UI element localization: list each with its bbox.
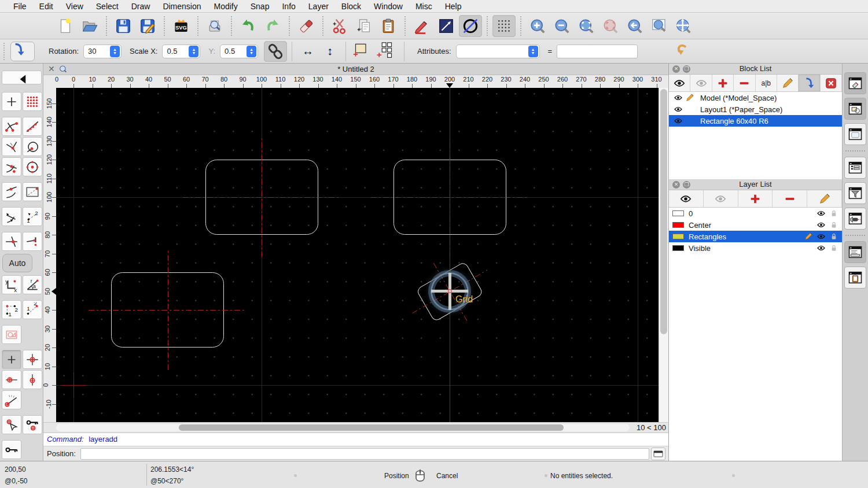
delete-button[interactable] <box>295 15 318 37</box>
copy-button[interactable] <box>352 15 376 37</box>
menu-view[interactable]: View <box>60 2 90 11</box>
coord-cartesian-button[interactable]: yx <box>2 275 21 294</box>
snap-intersection-button[interactable] <box>2 232 21 251</box>
add-block-button[interactable] <box>712 75 734 91</box>
menu-file[interactable]: File <box>7 2 33 11</box>
snap-grid-button[interactable] <box>23 92 42 111</box>
attribute-value-input[interactable] <box>557 45 638 58</box>
edit-block-button[interactable] <box>777 75 799 91</box>
drawing-canvas[interactable]: Grid <box>56 88 659 422</box>
dock-layer-list-button[interactable] <box>844 98 866 120</box>
layer-color-swatch[interactable] <box>672 234 684 239</box>
flip-horizontal-button[interactable]: ↔ <box>297 42 319 61</box>
eye-icon[interactable] <box>816 243 826 253</box>
print-preview-button[interactable] <box>203 15 226 37</box>
command-input[interactable] <box>80 448 649 460</box>
draw-pencil-button[interactable] <box>410 15 433 37</box>
delete-block-button[interactable] <box>821 75 842 91</box>
palette-handle[interactable] <box>0 64 43 71</box>
rename-block-button[interactable]: a|b <box>756 75 777 91</box>
layer-row[interactable]: Visible <box>669 242 842 254</box>
layer-color-swatch[interactable] <box>672 222 684 228</box>
menu-help[interactable]: Help <box>439 2 468 11</box>
scale-y-combo[interactable]: 0.5▲▼ <box>220 45 258 58</box>
eye-icon[interactable] <box>674 116 684 125</box>
menu-select[interactable]: Select <box>90 2 125 11</box>
menu-info[interactable]: Info <box>275 2 301 11</box>
restrict-nothing-button[interactable] <box>2 350 21 369</box>
layer-row[interactable]: 0 <box>669 208 842 219</box>
stepper-icon[interactable]: ▲▼ <box>189 46 198 57</box>
toolbar-drag-handle[interactable] <box>3 43 8 60</box>
lock-icon[interactable] <box>829 220 838 230</box>
undo-button[interactable] <box>237 15 260 37</box>
snap-free-button[interactable] <box>2 92 21 111</box>
save-button[interactable] <box>112 15 135 37</box>
insert-block-button[interactable] <box>10 42 35 61</box>
zoom-window-button[interactable] <box>648 15 671 37</box>
coord-polar-button[interactable]: ra <box>23 275 42 294</box>
snap-center-button[interactable] <box>23 157 42 176</box>
grid-toggle-button[interactable] <box>492 15 516 37</box>
attributes-combo[interactable]: ▲▼ <box>456 45 540 58</box>
svg-export-button[interactable]: SVG <box>170 15 193 37</box>
restrict-horizontal-button[interactable] <box>2 370 21 389</box>
layer-row[interactable]: Center <box>669 219 842 231</box>
remove-layer-button[interactable] <box>773 190 807 207</box>
rotation-combo[interactable]: 30▲▼ <box>83 45 122 58</box>
remove-block-button[interactable] <box>734 75 755 91</box>
lock-relative-zero-button[interactable] <box>23 415 42 434</box>
paste-button[interactable] <box>377 15 400 37</box>
order-cartesian-button[interactable]: 12 <box>2 300 21 319</box>
menu-modify[interactable]: Modify <box>208 2 244 11</box>
hide-all-blocks-button[interactable] <box>690 75 712 91</box>
new-file-button[interactable] <box>54 15 77 37</box>
dock-projection-button[interactable] <box>844 208 866 230</box>
command-history[interactable]: Command: layeradd <box>43 432 668 446</box>
menu-snap[interactable]: Snap <box>244 2 276 11</box>
snap-nearest-button[interactable] <box>2 182 21 201</box>
snap-middle-button[interactable] <box>2 157 21 176</box>
snap-distance-button[interactable] <box>23 137 42 156</box>
close-panel-icon[interactable]: ✕ <box>672 65 680 73</box>
menu-layer[interactable]: Layer <box>302 2 335 11</box>
dock-clipboard-button[interactable] <box>844 267 866 289</box>
ellipse-button[interactable] <box>459 15 482 37</box>
add-layer-button[interactable] <box>738 190 773 207</box>
block-row[interactable]: Layout1 (*Paper_Space) <box>669 103 842 115</box>
restrict-vertical-button[interactable] <box>23 370 42 389</box>
menu-edit[interactable]: Edit <box>33 2 60 11</box>
relative-zero-key-button[interactable] <box>2 440 21 459</box>
set-relative-zero-button[interactable] <box>2 415 21 434</box>
open-file-button[interactable] <box>78 15 101 37</box>
layer-color-swatch[interactable] <box>672 210 684 216</box>
eye-icon[interactable] <box>816 220 826 230</box>
flip-vertical-button[interactable]: ↕ <box>319 42 341 61</box>
snap-perpendicular-button[interactable] <box>2 137 21 156</box>
auto-snap-button[interactable]: Auto <box>2 254 32 272</box>
float-panel-icon[interactable]: ❐ <box>683 65 690 73</box>
lock-icon[interactable] <box>829 232 838 241</box>
menu-block[interactable]: Block <box>335 2 367 11</box>
horizontal-scrollbar[interactable] <box>56 424 630 431</box>
link-scales-button[interactable] <box>264 41 287 62</box>
menu-draw[interactable]: Draw <box>125 2 157 11</box>
save-as-button[interactable] <box>136 15 159 37</box>
close-panel-icon[interactable]: ✕ <box>672 181 680 188</box>
hide-all-layers-button[interactable] <box>704 190 738 207</box>
edit-layer-button[interactable] <box>807 190 842 207</box>
vertical-scrollbar[interactable] <box>659 88 668 422</box>
block-row[interactable]: Model (*Model_Space) <box>669 92 842 103</box>
snap-tangent-button[interactable] <box>2 207 21 226</box>
dock-library-button[interactable] <box>844 123 866 145</box>
zoom-pan-button[interactable] <box>672 15 695 37</box>
snap-endpoints-button[interactable] <box>2 117 21 136</box>
zoom-in-button[interactable] <box>526 15 549 37</box>
snap-exclusive-button[interactable] <box>2 325 21 344</box>
eye-icon[interactable] <box>816 209 826 218</box>
menu-window[interactable]: Window <box>367 2 409 11</box>
dock-command-button[interactable] <box>844 241 866 263</box>
layer-row[interactable]: Rectangles <box>669 231 842 242</box>
block-row[interactable]: Rectangle 60x40 R6 <box>669 115 842 127</box>
menu-misc[interactable]: Misc <box>409 2 439 11</box>
